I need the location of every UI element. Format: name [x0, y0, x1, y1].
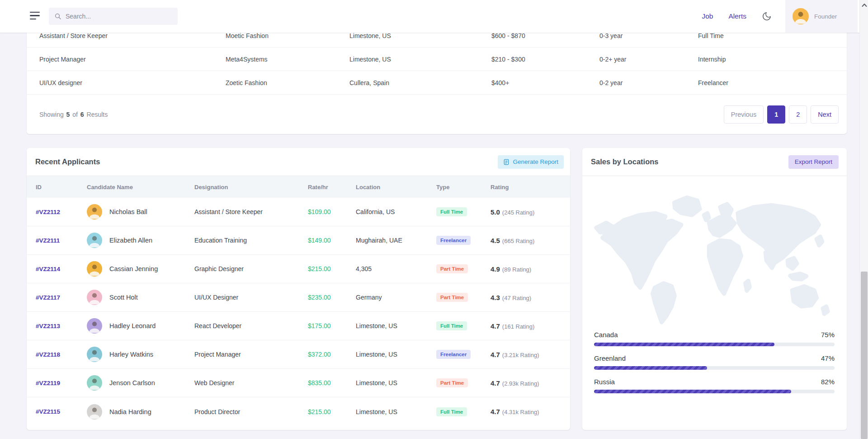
applicant-id-link[interactable]: #VZ2114	[36, 266, 87, 272]
pagination: Previous 1 2 Next	[724, 105, 839, 124]
location: Limestone, US	[356, 322, 436, 329]
rating-score: 5.0	[491, 208, 500, 216]
generate-report-button[interactable]: Generate Report	[498, 155, 564, 169]
designation: Education Training	[194, 237, 308, 244]
location: 4,305	[356, 265, 436, 272]
location: Limestone, US	[356, 379, 436, 387]
location-name: Greenland	[594, 354, 626, 362]
dark-mode-toggle[interactable]	[762, 11, 772, 21]
search-input[interactable]	[66, 13, 172, 20]
hamburger-menu-icon[interactable]	[30, 12, 41, 21]
job-experience: 0-2 year	[599, 79, 698, 86]
list-item: Greenland 47%	[594, 354, 835, 370]
moon-icon	[762, 11, 772, 21]
avatar	[87, 233, 102, 248]
table-row[interactable]: #VZ2117 Scott Holt UI/UX Designer $235.0…	[27, 283, 570, 312]
rating-score: 4.3	[491, 294, 500, 301]
jobs-table-footer: Showing 5 of 6 Results Previous 1 2 Next	[27, 95, 847, 134]
job-location: Limestone, US	[349, 56, 491, 63]
applicant-id-link[interactable]: #VZ2113	[36, 323, 87, 329]
results-label: Results	[87, 111, 108, 118]
avatar	[87, 404, 102, 420]
candidate-name: Harley Watkins	[109, 351, 153, 358]
job-experience: 0-2+ year	[599, 56, 698, 63]
type-badge: Part Time	[436, 293, 468, 302]
job-experience: 0-3 year	[599, 32, 698, 39]
sales-locations-list: Canada 75% Greenland 47% Russia	[594, 331, 835, 401]
applicant-id-link[interactable]: #VZ2119	[36, 380, 87, 387]
nav-link-alerts[interactable]: Alerts	[728, 12, 746, 20]
generate-report-label: Generate Report	[513, 158, 558, 165]
job-salary: $400+	[491, 79, 599, 86]
table-row[interactable]: #VZ2119 Jenson Carlson Web Designer $835…	[27, 369, 570, 397]
table-row[interactable]: #VZ2111 Elizabeth Allen Education Traini…	[27, 226, 570, 255]
vertical-scrollbar[interactable]	[859, 0, 868, 439]
type-badge: Freelancer	[436, 350, 471, 359]
person-icon	[87, 204, 102, 220]
location-name: Russia	[594, 378, 615, 386]
page-1-button[interactable]: 1	[767, 105, 785, 124]
export-report-button[interactable]: Export Report	[788, 155, 839, 169]
avatar	[793, 8, 809, 24]
progress-track	[594, 366, 835, 370]
job-company: Zoetic Fashion	[226, 79, 349, 86]
rating-count: (89 Rating)	[502, 266, 531, 273]
previous-page-button[interactable]: Previous	[724, 105, 764, 124]
table-row[interactable]: UI/UX designer Zoetic Fashion Cullera, S…	[27, 71, 847, 95]
rate-value: $835.00	[308, 379, 356, 387]
column-header-location: Location	[356, 184, 436, 191]
job-type: Internship	[698, 56, 847, 63]
table-row[interactable]: Project Manager Meta4Systems Limestone, …	[27, 48, 847, 71]
scrollbar-thumb[interactable]	[861, 272, 868, 439]
location: Mughairah, UAE	[356, 237, 436, 244]
table-row[interactable]: #VZ2114 Cassian Jenning Graphic Designer…	[27, 255, 570, 283]
location: Limestone, US	[356, 408, 436, 415]
rate-value: $175.00	[308, 322, 356, 329]
column-header-designation: Designation	[194, 184, 308, 191]
page-2-button[interactable]: 2	[789, 105, 807, 124]
rating-score: 4.7	[491, 408, 500, 415]
designation: Product Director	[194, 408, 308, 415]
designation: React Developer	[194, 322, 308, 329]
applicant-id-link[interactable]: #VZ2112	[36, 209, 87, 215]
candidate-name: Jenson Carlson	[109, 379, 155, 387]
nav-link-job[interactable]: Job	[702, 12, 713, 20]
job-location: Limestone, US	[349, 32, 491, 39]
designation: UI/UX Designer	[194, 294, 308, 301]
job-title: Assistant / Store Keeper	[39, 32, 226, 39]
rating-score: 4.9	[491, 265, 500, 273]
user-menu[interactable]: Founder	[785, 0, 858, 33]
type-badge: Freelancer	[436, 236, 471, 245]
next-page-button[interactable]: Next	[811, 105, 839, 124]
table-row[interactable]: #VZ2115 Nadia Harding Product Director $…	[27, 397, 570, 426]
applicant-id-link[interactable]: #VZ2117	[36, 294, 87, 301]
applicant-id-link[interactable]: #VZ2115	[36, 408, 87, 415]
progress-bar	[594, 390, 791, 393]
scrollbar-up-arrow[interactable]	[860, 1, 868, 9]
job-type: Freelancer	[698, 79, 847, 86]
top-navbar: Job Alerts Founder	[0, 0, 868, 33]
job-salary: $600 - $870	[491, 32, 599, 39]
person-icon	[87, 318, 102, 334]
candidate-name: Cassian Jenning	[109, 265, 158, 272]
table-row[interactable]: #VZ2113 Hadley Leonard React Developer $…	[27, 312, 570, 340]
rate-value: $215.00	[308, 265, 356, 272]
rating-score: 4.7	[491, 351, 500, 358]
designation: Graphic Designer	[194, 265, 308, 272]
designation: Project Manager	[194, 351, 308, 358]
person-icon	[87, 261, 102, 277]
user-role-label: Founder	[814, 13, 837, 20]
jobs-table-card: Assistant / Store Keeper Moetic Fashion …	[27, 24, 847, 134]
column-header-rate: Rate/hr	[308, 184, 356, 191]
candidate-name: Elizabeth Allen	[109, 237, 152, 244]
candidate-name: Nadia Harding	[109, 408, 151, 415]
type-badge: Full Time	[436, 207, 467, 216]
table-row[interactable]: #VZ2112 Nicholas Ball Assistant / Store …	[27, 198, 570, 226]
type-badge: Full Time	[436, 321, 467, 330]
applicant-id-link[interactable]: #VZ2111	[36, 237, 87, 244]
applicant-id-link[interactable]: #VZ2118	[36, 351, 87, 358]
rate-value: $149.00	[308, 237, 356, 244]
person-icon	[87, 233, 102, 248]
recent-applicants-header: Recent Applicants Generate Report	[27, 148, 570, 176]
table-row[interactable]: #VZ2118 Harley Watkins Project Manager $…	[27, 340, 570, 369]
